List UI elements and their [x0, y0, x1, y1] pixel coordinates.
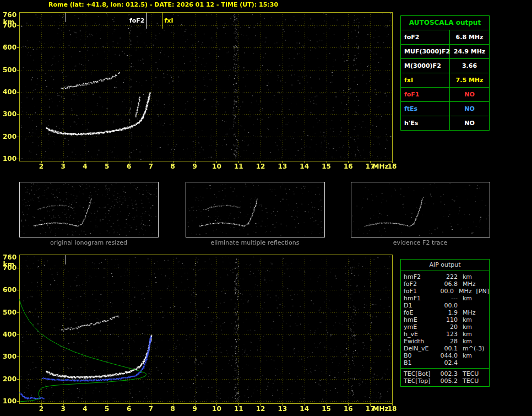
autoscala-table-title: AUTOSCALA output	[401, 16, 489, 30]
thumbnail-caption-evidence: evidence F2 trace	[351, 239, 490, 246]
table-row: fxI7.5 MHz	[401, 73, 489, 88]
parameter-unit: km	[458, 273, 472, 280]
parameter-value: 24.9 MHz	[450, 45, 489, 58]
parameter-value: 00.1	[437, 345, 458, 352]
parameter-value: 02.4	[437, 359, 458, 366]
table-row: MUF(3000)F224.9 MHz	[401, 45, 489, 59]
table-row: h_vE123km	[401, 331, 489, 338]
table-row: DelN_vE00.1m^(-3)	[401, 345, 489, 352]
table-separator	[401, 368, 489, 369]
parameter-note: [PN]	[472, 288, 489, 295]
parameter-unit: MHz	[454, 288, 472, 295]
parameter-label: ftEs	[401, 102, 450, 116]
parameter-value: NO	[450, 88, 489, 101]
parameter-value: 00.0	[435, 288, 454, 295]
parameter-unit: km	[458, 295, 472, 302]
parameter-value: 28	[437, 338, 458, 345]
parameter-value: 3.66	[450, 59, 489, 73]
parameter-value: 20	[437, 323, 458, 331]
table-row: B0044.0km	[401, 352, 489, 359]
table-row: hmE110km	[401, 316, 489, 323]
table-row: foE1.9MHz	[401, 309, 489, 316]
table-row: ymE20km	[401, 323, 489, 331]
table-row: hmF2222km	[401, 273, 489, 280]
parameter-label: foF2	[401, 30, 450, 44]
parameter-label: foF1	[401, 288, 435, 295]
parameter-value: 005.2	[437, 377, 458, 385]
parameter-unit	[458, 302, 463, 309]
parameter-value: 7.5 MHz	[450, 73, 489, 87]
table-row: foF26.8 MHz	[401, 30, 489, 45]
table-row: foF1NO	[401, 88, 489, 102]
parameter-unit: MHz	[458, 280, 476, 288]
parameter-label: B0	[401, 352, 437, 359]
parameter-label: D1	[401, 302, 437, 309]
parameter-label: h'Es	[401, 116, 450, 130]
parameter-label: TEC[Bot]	[401, 370, 437, 377]
parameter-label: h_vE	[401, 331, 437, 338]
parameter-label: Ewidth	[401, 338, 437, 345]
aip-output-table: AIP output hmF2222kmfoF206.8MHzfoF100.0M…	[400, 259, 490, 387]
parameter-value: 110	[437, 316, 458, 323]
parameter-unit: km	[458, 352, 472, 359]
table-row: TEC[Top]005.2TECU	[401, 377, 489, 385]
table-row: hmF1---km	[401, 295, 489, 302]
parameter-label: ymE	[401, 323, 437, 331]
parameter-value: 6.8 MHz	[450, 30, 489, 44]
table-row: D100.0	[401, 302, 489, 309]
parameter-unit: km	[458, 338, 472, 345]
parameter-unit: km	[458, 323, 472, 331]
parameter-unit: km	[458, 331, 472, 338]
parameter-label: MUF(3000)F2	[401, 45, 450, 58]
parameter-label: M(3000)F2	[401, 59, 450, 73]
thumbnail-caption-eliminate: eliminate multiple reflections	[186, 239, 324, 246]
table-row: B102.4	[401, 359, 489, 366]
parameter-value: 06.8	[437, 280, 458, 288]
parameter-label: hmF2	[401, 273, 437, 280]
parameter-label: hmF1	[401, 295, 437, 302]
parameter-value: ---	[437, 295, 458, 302]
parameter-unit: m^(-3)	[458, 345, 484, 352]
parameter-label: foF2	[401, 280, 437, 288]
parameter-value: 1.9	[437, 309, 458, 316]
thumbnail-caption-original: original ionogram resized	[19, 239, 158, 246]
aip-table-rows: hmF2222kmfoF206.8MHzfoF100.0MHz[PN]hmF1-…	[401, 271, 489, 386]
autoscala-table-rows: foF26.8 MHzMUF(3000)F224.9 MHzM(3000)F23…	[401, 30, 489, 130]
table-row: foF206.8MHz	[401, 280, 489, 288]
parameter-value: 044.0	[437, 352, 458, 359]
table-row: TEC[Bot]002.3TECU	[401, 370, 489, 377]
parameter-value: 123	[437, 331, 458, 338]
parameter-value: NO	[450, 102, 489, 116]
parameter-unit	[458, 359, 463, 366]
parameter-label: B1	[401, 359, 437, 366]
table-row: h'EsNO	[401, 116, 489, 130]
parameter-label: fxI	[401, 73, 450, 87]
table-row: M(3000)F23.66	[401, 59, 489, 73]
parameter-unit: TECU	[458, 377, 479, 385]
parameter-label: hmE	[401, 316, 437, 323]
parameter-value: 00.0	[437, 302, 458, 309]
parameter-label: TEC[Top]	[401, 377, 437, 385]
parameter-unit: km	[458, 316, 472, 323]
parameter-value: 222	[437, 273, 458, 280]
page-title: Rome (lat: +41.8, lon: 012.5) - DATE: 20…	[48, 1, 278, 8]
aip-table-title: AIP output	[401, 260, 489, 271]
table-row: foF100.0MHz[PN]	[401, 288, 489, 295]
parameter-value: 002.3	[437, 370, 458, 377]
parameter-unit: MHz	[458, 309, 476, 316]
parameter-label: DelN_vE	[401, 345, 437, 352]
autoscala-output-table: AUTOSCALA output foF26.8 MHzMUF(3000)F22…	[400, 15, 490, 131]
parameter-unit: TECU	[458, 370, 479, 377]
table-row: ftEsNO	[401, 102, 489, 116]
table-row: Ewidth28km	[401, 338, 489, 345]
parameter-label: foF1	[401, 88, 450, 101]
parameter-label: foE	[401, 309, 437, 316]
parameter-value: NO	[450, 116, 489, 130]
